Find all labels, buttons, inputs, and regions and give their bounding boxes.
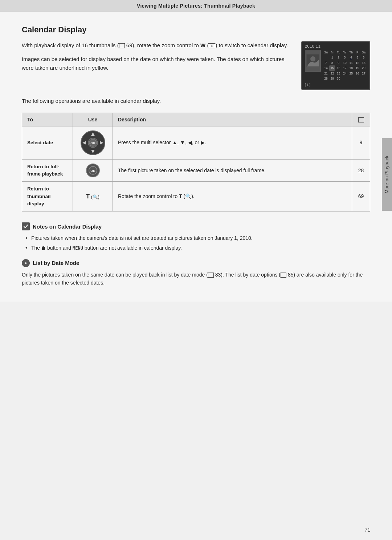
notes-section: Notes on Calendar Display Pictures taken… xyxy=(22,222,370,252)
row2-desc: The first picture taken on the selected … xyxy=(113,159,352,182)
multi-selector-icon: OK xyxy=(80,130,106,156)
book-ref-1 xyxy=(119,43,125,48)
intro-text: With playback display of 16 thumbnails (… xyxy=(22,41,290,90)
list-date-section: List by Date Mode Only the pictures take… xyxy=(22,259,370,287)
row3-to: Return tothumbnail display xyxy=(22,182,73,211)
svg-point-1 xyxy=(310,56,315,61)
row3-desc: Rotate the zoom control to T (🔍). xyxy=(113,182,352,211)
page-number: 71 xyxy=(364,527,370,533)
col-to: To xyxy=(22,113,73,126)
table-header: To Use Description xyxy=(22,113,370,126)
menu-text-ref: MENU xyxy=(73,246,83,251)
cal-row-1: 1 2 3 4 5 6 xyxy=(323,55,367,60)
note-item-2: The 🗑 button and MENU button are not ava… xyxy=(25,244,370,252)
row2-to: Return to full-frame playback xyxy=(22,159,73,182)
book-ref-85 xyxy=(281,273,286,278)
top-bar: Viewing Multiple Pictures: Thumbnail Pla… xyxy=(0,0,392,12)
col-page xyxy=(352,113,370,126)
notes-list: Pictures taken when the camera's date is… xyxy=(22,234,370,252)
main-content: Calendar Display With playback display o… xyxy=(0,12,392,302)
row1-to: Select date xyxy=(22,126,73,159)
table-row: Return tothumbnail display T (🔍) Rotate … xyxy=(22,182,370,211)
sidebar-label: More on Playback xyxy=(382,138,392,211)
cal-row-2: 7 8 9 10 11 12 13 xyxy=(323,60,367,65)
cal-row-5: 28 29 30 xyxy=(323,76,367,81)
col-use: Use xyxy=(73,113,113,126)
table-row: Select date OK xyxy=(22,126,370,159)
camera-display: 2010 11 Su M Tu W xyxy=(301,41,370,90)
book-icon-header xyxy=(358,117,364,122)
list-date-title: List by Date Mode xyxy=(33,260,79,266)
list-date-text: Only the pictures taken on the same date… xyxy=(22,271,370,287)
row1-desc: Press the multi selector ▲, ▼, ◀, or ▶. xyxy=(113,126,352,159)
cal-row-3: 14 15 16 17 18 19 20 xyxy=(323,65,367,70)
calendar-grid: Su M Tu W Th F Sa 1 2 3 4 5 xyxy=(323,50,367,81)
ok-button-icon: OK xyxy=(86,164,100,177)
cam-footer: [ 3 ] xyxy=(305,83,367,86)
notes-title: Notes on Calendar Display xyxy=(33,223,102,230)
cam-date-header: 2010 11 xyxy=(305,44,367,48)
svg-text:OK: OK xyxy=(90,169,95,173)
row1-use: OK xyxy=(73,126,113,159)
table-body: Select date OK xyxy=(22,126,370,211)
col-description: Description xyxy=(113,113,352,126)
table-row: Return to full-frame playback OK The fir… xyxy=(22,159,370,182)
notes-header: Notes on Calendar Display xyxy=(22,222,370,230)
cal-header-row: Su M Tu W Th F Sa xyxy=(323,50,367,55)
row3-page: 69 xyxy=(352,182,370,211)
svg-text:OK: OK xyxy=(90,141,95,145)
cal-row-4: 21 22 23 24 25 26 27 xyxy=(323,71,367,76)
cam-body: Su M Tu W Th F Sa 1 2 3 4 5 xyxy=(305,50,367,81)
intro-section: With playback display of 16 thumbnails (… xyxy=(22,41,370,90)
row1-page: 9 xyxy=(352,126,370,159)
cam-thumbnail xyxy=(305,50,321,72)
row2-use: OK xyxy=(73,159,113,182)
sidebar-label-text: More on Playback xyxy=(384,156,389,193)
page-title: Calendar Display xyxy=(22,25,370,35)
list-date-icon xyxy=(22,259,30,267)
trash-icon-ref: 🗑 xyxy=(41,246,46,251)
note-item-1: Pictures taken when the camera's date is… xyxy=(25,234,370,242)
list-date-header: List by Date Mode xyxy=(22,259,370,267)
row3-use: T (🔍) xyxy=(73,182,113,211)
operations-table: To Use Description Select date xyxy=(22,113,370,212)
book-ref-83 xyxy=(208,273,214,278)
row2-page: 28 xyxy=(352,159,370,182)
top-bar-title: Viewing Multiple Pictures: Thumbnail Pla… xyxy=(137,3,255,9)
intro-para-1: With playback display of 16 thumbnails (… xyxy=(22,41,290,50)
grid-icon: ⊞ xyxy=(209,43,215,48)
table-header-row: To Use Description xyxy=(22,113,370,126)
cam-count: [ 3 ] xyxy=(305,83,310,86)
intro-para-2: Images can be selected for display based… xyxy=(22,55,290,72)
cam-year-month: 2010 11 xyxy=(305,44,320,48)
operations-text: The following operations are available i… xyxy=(22,97,370,105)
notes-checkmark-icon xyxy=(22,222,30,230)
zoom-q-icon: (🔍) xyxy=(91,194,99,200)
zoom-t-icon: T xyxy=(86,193,90,200)
